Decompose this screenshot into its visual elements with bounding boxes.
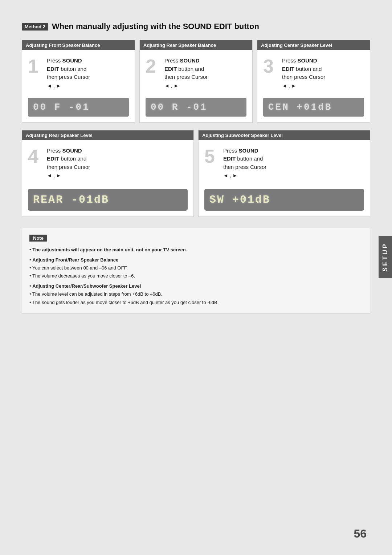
cursors-2: ◄ , ► xyxy=(164,82,208,90)
step-row-2: 2 Press SOUND EDIT button and then press… xyxy=(146,57,246,90)
cursors-4: ◄ , ► xyxy=(47,172,90,179)
card-center-level-header: Adjusting Center Speaker Level xyxy=(257,40,370,50)
card-subwoofer-level: Adjusting Subwoofer Speaker Level 5 Pres… xyxy=(198,130,370,217)
card-front-balance-body: 1 Press SOUND EDIT button and then press… xyxy=(22,50,135,122)
note-item-3: The volume level can be adjusted in step… xyxy=(29,290,363,298)
card-rear-level-body: 4 Press SOUND EDIT button and then press… xyxy=(22,140,193,217)
card-center-level: Adjusting Center Speaker Level 3 Press S… xyxy=(257,40,370,123)
method-title: When manually adjusting with the SOUND E… xyxy=(52,22,259,31)
cursors-5: ◄ , ► xyxy=(223,172,266,179)
card-center-level-body: 3 Press SOUND EDIT button and then press… xyxy=(257,50,370,122)
note-item-4: The sound gets louder as you move closer… xyxy=(29,299,363,307)
step-row-4: 4 Press SOUND EDIT button and then press… xyxy=(28,147,188,180)
card-rear-level: Adjusting Rear Speaker Level 4 Press SOU… xyxy=(22,130,194,217)
lcd-display-1: 00 F -01 xyxy=(28,98,129,117)
page-number: 56 xyxy=(354,527,367,540)
step-number-4: 4 xyxy=(28,147,42,166)
method-header: Method 2 When manually adjusting with th… xyxy=(22,22,370,31)
note-label: Note xyxy=(29,235,47,242)
note-list: The adjustments will appear on the main … xyxy=(29,246,363,307)
step-text-3: Press SOUND EDIT button and then press C… xyxy=(282,57,325,90)
card-subwoofer-level-header: Adjusting Subwoofer Speaker Level xyxy=(199,130,370,140)
card-rear-level-header: Adjusting Rear Speaker Level xyxy=(22,130,193,140)
card-rear-balance: Adjusting Rear Speaker Balance 2 Press S… xyxy=(139,40,253,123)
note-box: Note The adjustments will appear on the … xyxy=(22,228,370,313)
step-text-4: Press SOUND EDIT button and then press C… xyxy=(47,147,90,180)
note-item-heading-center: Adjusting Center/Rear/Subwoofer Speaker … xyxy=(29,282,363,290)
note-item-0: The adjustments will appear on the main … xyxy=(29,246,363,254)
step-text-5: Press SOUND EDIT button and then press C… xyxy=(223,147,266,180)
note-item-2: The volume decreases as you move closer … xyxy=(29,272,363,280)
step-row-5: 5 Press SOUND EDIT button and then press… xyxy=(204,147,364,180)
lcd-display-2: 00 R -01 xyxy=(146,98,246,117)
step-number-1: 1 xyxy=(28,57,42,76)
card-front-balance: Adjusting Front Speaker Balance 1 Press … xyxy=(22,40,135,123)
cards-bottom-row: Adjusting Rear Speaker Level 4 Press SOU… xyxy=(22,130,370,217)
setup-tab: SETUP xyxy=(379,236,392,278)
card-rear-balance-body: 2 Press SOUND EDIT button and then press… xyxy=(140,50,252,122)
lcd-display-5: SW +01dB xyxy=(204,189,364,211)
cards-top-row: Adjusting Front Speaker Balance 1 Press … xyxy=(22,40,370,123)
card-front-balance-header: Adjusting Front Speaker Balance xyxy=(22,40,135,50)
note-item-heading-front: Adjusting Front/Rear Speaker Balance xyxy=(29,256,363,264)
page: Method 2 When manually adjusting with th… xyxy=(0,0,392,555)
step-number-2: 2 xyxy=(146,57,160,76)
lcd-display-4: REAR -01dB xyxy=(28,189,188,211)
cursors-3: ◄ , ► xyxy=(282,82,325,90)
cursors-1: ◄ , ► xyxy=(47,82,90,90)
step-number-5: 5 xyxy=(204,147,219,166)
note-content: The adjustments will appear on the main … xyxy=(29,246,363,307)
method-badge: Method 2 xyxy=(22,23,48,31)
step-row-1: 1 Press SOUND EDIT button and then press… xyxy=(28,57,129,90)
card-rear-balance-header: Adjusting Rear Speaker Balance xyxy=(140,40,252,50)
note-item-1: You can select between 00 and –06 and OF… xyxy=(29,264,363,272)
lcd-display-3: CEN +01dB xyxy=(263,98,364,117)
step-text-2: Press SOUND EDIT button and then press C… xyxy=(164,57,208,90)
step-number-3: 3 xyxy=(263,57,278,76)
step-text-1: Press SOUND EDIT button and then press C… xyxy=(47,57,90,90)
card-subwoofer-level-body: 5 Press SOUND EDIT button and then press… xyxy=(199,140,370,217)
step-row-3: 3 Press SOUND EDIT button and then press… xyxy=(263,57,364,90)
